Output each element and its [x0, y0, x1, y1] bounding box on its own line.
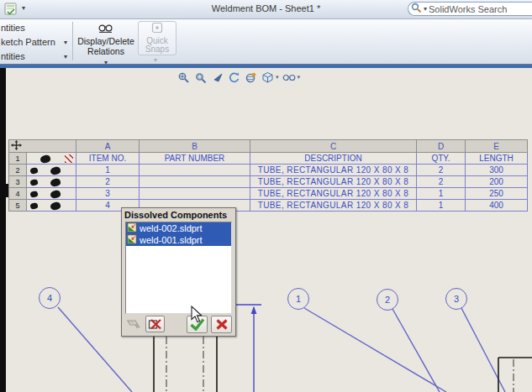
quick-snaps-icon: [151, 22, 163, 36]
balloon-1-label: 1: [296, 294, 301, 304]
component-icon: [50, 178, 61, 187]
balloon-3[interactable]: 3: [445, 288, 467, 310]
row-5-icons: [27, 200, 76, 212]
entities-caret-icon[interactable]: ▾: [64, 53, 67, 60]
drawing-sheet[interactable]: ▾ ▾: [0, 68, 532, 392]
cell-qty[interactable]: 1: [417, 200, 466, 212]
dissolved-components-dialog[interactable]: Dissolved Components weld-002.sldprt: [121, 207, 236, 337]
header-part-number: PART NUMBER: [140, 153, 250, 165]
cell-item-no[interactable]: 2: [76, 176, 140, 188]
eyeglasses-icon: [97, 21, 114, 35]
table-row[interactable]: 2 1 TUBE, RECTANGULAR 120 X 80 X 8 2 300: [9, 165, 528, 176]
table-row[interactable]: 5 4 TUBE, RECTANGULAR 120 X 80 X 8 1 400: [9, 200, 528, 212]
quick-snaps-label-line2: Snaps: [139, 45, 176, 54]
ribbon-label-sketch-pattern[interactable]: ketch Pattern: [1, 37, 55, 47]
ddr-label-line1: Display/Delete: [74, 37, 138, 46]
list-item[interactable]: weld-002.sldprt: [126, 222, 231, 234]
solidworks-window: ▾ Weldment BOM - Sheet1 * ▾ SolidWorks S…: [0, 0, 532, 392]
balloon-1[interactable]: 1: [287, 288, 309, 310]
rotate-view-icon[interactable]: [227, 71, 240, 84]
view-orientation-icon[interactable]: [261, 71, 274, 84]
display-delete-relations-button[interactable]: Display/Delete Relations ▾: [74, 21, 138, 66]
table-row[interactable]: 3 2 TUBE, RECTANGULAR 120 X 80 X 8 2 200: [9, 176, 528, 188]
cell-length[interactable]: 250: [466, 188, 528, 200]
pin-icon: [29, 167, 38, 175]
row-header-2[interactable]: 2: [9, 165, 27, 176]
ribbon-label-entities-2[interactable]: ntities: [1, 51, 25, 61]
row-header-5[interactable]: 5: [9, 200, 27, 212]
cell-description[interactable]: TUBE, RECTANGULAR 120 X 80 X 8: [250, 176, 417, 188]
cell-part-number[interactable]: [140, 176, 250, 188]
hide-show-items-caret-icon[interactable]: ▾: [298, 74, 301, 81]
balloon-4[interactable]: 4: [39, 287, 61, 309]
cell-length[interactable]: 200: [466, 176, 528, 188]
column-header-a[interactable]: A: [76, 140, 140, 153]
cell-item-no[interactable]: 1: [76, 165, 140, 176]
list-item-label: weld-001.sldprt: [140, 235, 203, 245]
column-letter-row: A B C D E: [9, 140, 528, 153]
component-list[interactable]: weld-002.sldprt weld-001.sldprt: [125, 222, 232, 314]
cell-part-number[interactable]: [140, 188, 250, 200]
command-manager: ntities ketch Pattern ▾ ntities ▾ Displa…: [0, 19, 532, 64]
zoom-to-fit-icon[interactable]: [176, 71, 190, 84]
column-header-e[interactable]: E: [466, 140, 528, 153]
bom-header-row: 1 ITEM NO. PART NUMBER DESCRIPTION QTY. …: [9, 153, 528, 165]
search-box[interactable]: ▾ SolidWorks Search: [408, 2, 532, 16]
header-length: LENGTH: [466, 153, 528, 165]
quick-snaps-caret-icon[interactable]: ▾: [154, 56, 157, 64]
component-icon: [50, 201, 61, 211]
pin-icon: [29, 179, 38, 186]
quick-snaps-button[interactable]: Quick Snaps: [138, 21, 176, 55]
hide-show-items-icon[interactable]: [282, 71, 296, 84]
search-input[interactable]: SolidWorks Search: [429, 4, 507, 14]
table-row[interactable]: 4 3 TUBE, RECTANGULAR 120 X 80 X 8 1 250: [9, 188, 528, 200]
view-orientation-caret-icon[interactable]: ▾: [276, 74, 279, 81]
component-icon: [50, 190, 61, 199]
cell-qty[interactable]: 1: [417, 188, 466, 200]
cell-part-number[interactable]: [140, 165, 250, 176]
row-header-3[interactable]: 3: [9, 176, 27, 188]
part-icon: [127, 234, 137, 246]
component-icon: [50, 166, 61, 175]
previous-view-icon[interactable]: [210, 71, 224, 84]
balloon-2-label: 2: [385, 295, 390, 305]
zoom-to-area-icon[interactable]: [193, 71, 207, 84]
list-item[interactable]: weld-001.sldprt: [126, 234, 231, 246]
header-description: DESCRIPTION: [250, 153, 417, 165]
cell-description[interactable]: TUBE, RECTANGULAR 120 X 80 X 8: [250, 188, 417, 200]
component-icon: [40, 154, 51, 164]
column-header-b[interactable]: B: [140, 140, 250, 153]
3d-drawing-view-icon[interactable]: [244, 71, 257, 84]
part-icon: [127, 222, 137, 234]
cell-length[interactable]: 400: [466, 200, 528, 212]
cell-item-no[interactable]: 3: [76, 188, 140, 200]
show-bodies-icon: [125, 316, 142, 332]
row-1-icons: [27, 153, 76, 165]
title-bar: ▾ Weldment BOM - Sheet1 * ▾ SolidWorks S…: [0, 0, 532, 19]
mouse-cursor: [191, 306, 204, 327]
cell-length[interactable]: 300: [466, 165, 528, 176]
drawing-annotations: [0, 68, 532, 392]
delete-selection-button[interactable]: [145, 316, 165, 332]
row-header-4[interactable]: 4: [9, 188, 27, 200]
header-item-no: ITEM NO.: [76, 153, 140, 165]
cell-qty[interactable]: 2: [417, 176, 466, 188]
dialog-title: Dissolved Components: [122, 208, 235, 221]
table-move-handle[interactable]: [9, 140, 76, 153]
dialog-button-row: [125, 315, 232, 333]
cell-description[interactable]: TUBE, RECTANGULAR 120 X 80 X 8: [250, 200, 417, 212]
cancel-button[interactable]: [211, 316, 232, 333]
cell-description[interactable]: TUBE, RECTANGULAR 120 X 80 X 8: [250, 165, 417, 176]
sketch-pattern-caret-icon[interactable]: ▾: [64, 39, 67, 46]
search-caret-icon[interactable]: ▾: [424, 5, 427, 13]
no-part-icon: [65, 154, 73, 163]
cell-qty[interactable]: 2: [417, 165, 466, 176]
bom-table[interactable]: A B C D E 1 ITEM NO. PART NUMBER DESCRIP…: [8, 139, 528, 212]
row-header-1[interactable]: 1: [9, 153, 27, 165]
ribbon-label-entities-1[interactable]: ntities: [1, 23, 25, 33]
balloon-2[interactable]: 2: [377, 289, 398, 311]
row-3-icons: [27, 176, 76, 188]
column-header-c[interactable]: C: [250, 140, 417, 153]
balloon-4-label: 4: [47, 293, 52, 303]
column-header-d[interactable]: D: [417, 140, 466, 153]
